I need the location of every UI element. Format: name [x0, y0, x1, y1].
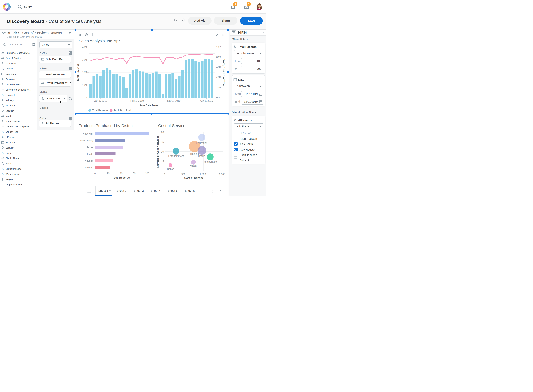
svg-text:Cost of Service: Cost of Service [184, 177, 203, 179]
svg-text:Training: Training [190, 152, 199, 155]
svg-text:Hotels: Hotels [198, 155, 205, 157]
svg-text:A: A [1, 83, 4, 86]
svg-text:A: A [1, 99, 4, 102]
svg-text:A: A [1, 67, 4, 70]
svg-text:A: A [234, 118, 236, 121]
svg-text:A: A [1, 62, 4, 65]
svg-text:20: 20 [161, 131, 164, 134]
svg-text:40: 40 [120, 172, 123, 175]
svg-text:A: A [1, 93, 4, 97]
svg-text:A: A [1, 78, 4, 81]
svg-text:A: A [1, 167, 4, 170]
svg-text:Transportation: Transportation [202, 160, 218, 163]
svg-text:Education: Education [196, 142, 207, 145]
svg-text:A: A [1, 104, 4, 107]
svg-text:A: A [1, 130, 4, 133]
svg-text:1,500: 1,500 [219, 173, 225, 176]
svg-text:A: A [1, 136, 4, 139]
svg-text:20: 20 [107, 172, 109, 175]
svg-text:Total Records: Total Records [112, 176, 130, 179]
svg-text:0: 0 [94, 172, 96, 175]
svg-text:A: A [1, 120, 4, 123]
svg-text:Florida: Florida [86, 153, 93, 155]
svg-text:Entertainment: Entertainment [168, 155, 184, 157]
svg-text:A: A [1, 162, 4, 165]
svg-text:80: 80 [133, 172, 136, 175]
svg-text:Texas: Texas [87, 146, 93, 149]
svg-text:Number of Cost Activities: Number of Cost Activities [156, 135, 159, 168]
svg-text:1,000: 1,000 [200, 173, 206, 176]
svg-text:5: 5 [162, 160, 164, 163]
svg-text:Nevada: Nevada [85, 159, 93, 162]
svg-text:Meals: Meals [190, 164, 197, 167]
svg-text:100: 100 [145, 172, 149, 175]
svg-text:Arizona: Arizona [85, 166, 93, 169]
svg-text:A: A [1, 151, 4, 154]
svg-text:New York: New York [83, 132, 93, 135]
svg-text:New Jersey: New Jersey [80, 139, 93, 142]
svg-text:A: A [42, 122, 44, 125]
svg-text:A: A [1, 173, 4, 176]
svg-text:10: 10 [161, 150, 164, 153]
svg-text:500: 500 [181, 173, 185, 176]
svg-text:0: 0 [164, 173, 165, 176]
svg-text:Drinks: Drinks [167, 168, 174, 170]
svg-text:15: 15 [161, 141, 164, 143]
